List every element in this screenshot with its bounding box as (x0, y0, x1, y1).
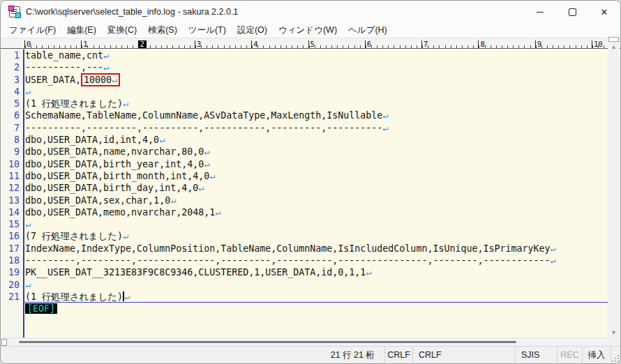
ruler-ticks (25, 45, 608, 48)
maximize-icon (569, 8, 576, 16)
horizontal-splitter-box[interactable] (1, 339, 7, 346)
line-text: dbo,USER_DATA,sex,char,1,0↵ (23, 195, 608, 206)
scroll-up-arrow-icon[interactable]: ▲ (611, 42, 617, 52)
eol-mark-icon: ↵ (215, 207, 220, 218)
line-number: 7 (1, 122, 23, 134)
eol-mark-icon: ↵ (25, 219, 31, 229)
editor-line[interactable]: 3USER_DATA,10000↵ (1, 74, 608, 86)
ruler-number: 3 (195, 40, 201, 48)
editor-line[interactable]: 16(7 行処理されました)↵ (1, 230, 608, 242)
menu-item[interactable]: 編集(E) (61, 23, 102, 38)
eol-mark-icon: ↵ (204, 146, 209, 157)
editor-line[interactable]: 13dbo,USER_DATA,sex,char,1,0↵ (1, 195, 608, 206)
status-line-ending[interactable]: CRLF (384, 347, 412, 363)
line-number: 13 (1, 195, 23, 206)
app-window: C:\work\sqlserver\select_table_info.log … (0, 0, 621, 364)
line-number: 16 (1, 230, 23, 242)
eol-mark-icon: ↵ (382, 123, 388, 133)
eol-mark-icon: ↵ (123, 98, 128, 109)
vertical-scrollbar[interactable]: ▲ ▼ (608, 37, 620, 338)
editor-line[interactable]: 8dbo,USER_DATA,id,int,4,0↵ (1, 134, 608, 146)
minimize-button[interactable] (524, 1, 556, 23)
line-number: 14 (1, 206, 23, 218)
menu-item[interactable]: ウィンドウ(W) (273, 23, 343, 38)
editor-line[interactable]: 11dbo,USER_DATA,birth_month,int,4,0↵ (1, 170, 608, 182)
ruler: 012345678910 (1, 38, 620, 49)
editor-line[interactable]: 12dbo,USER_DATA,birth_day,int,4,0↵ (1, 182, 608, 194)
eol-mark-icon: ↵ (551, 255, 556, 266)
menu-item[interactable]: ツール(T) (183, 23, 232, 38)
eol-mark-icon: ↵ (382, 110, 388, 121)
line-text: SchemaName,TableName,ColumnName,ASvDataT… (23, 109, 608, 121)
menu-item[interactable]: ヘルプ(H) (343, 23, 393, 38)
window-controls: ✕ (524, 1, 620, 23)
editor-line[interactable]: 4↵ (1, 86, 608, 98)
line-number: 8 (1, 134, 23, 146)
eol-mark-icon: ↵ (112, 75, 117, 85)
editor-line[interactable]: 18---------,---------,--------------,---… (1, 255, 608, 266)
line-text: dbo,USER_DATA,id,int,4,0↵ (23, 134, 608, 146)
maximize-button[interactable] (556, 1, 588, 23)
line-text: ↵ (23, 218, 608, 230)
scrollbar-corner (608, 338, 620, 346)
line-number: 12 (1, 182, 23, 194)
editor-line[interactable]: 5(1 行処理されました)↵ (1, 98, 608, 109)
splitter-box[interactable] (608, 37, 619, 42)
eof-line: [EOF] (1, 303, 608, 314)
eol-mark-icon: ↵ (198, 183, 204, 193)
eol-mark-icon: ↵ (204, 159, 209, 169)
status-encoding[interactable]: SJIS (515, 347, 557, 363)
editor-line[interactable]: 2----------,---↵ (1, 61, 608, 73)
menu-item[interactable]: 変換(C) (102, 23, 142, 38)
line-text: ↵ (23, 279, 608, 291)
eol-mark-icon: ↵ (103, 62, 109, 73)
status-bar: 21 行 21 桁 CRLF CRLF SJIS REC 挿入 (1, 346, 620, 363)
horizontal-scrollbar[interactable] (1, 338, 608, 346)
line-number: 1 (1, 50, 23, 61)
line-number: 4 (1, 86, 23, 98)
editor-line[interactable]: 14dbo,USER_DATA,memo,nvarchar,2048,1↵ (1, 206, 608, 218)
line-text: ----------,---------,----------,--------… (23, 122, 608, 134)
menu-item[interactable]: 設定(O) (232, 23, 273, 38)
editor-line[interactable]: 1table_name,cnt↵ (1, 50, 608, 61)
status-input-line-ending[interactable]: CRLF (412, 347, 515, 363)
ruler-number: 10 (592, 40, 603, 48)
editor-line[interactable]: 21(1 行処理されました)↵ (1, 291, 608, 303)
scroll-down-arrow-icon[interactable]: ▼ (611, 328, 617, 338)
pencil-icon (8, 6, 14, 11)
editor-line[interactable]: 10dbo,USER_DATA,birth_year,int,4,0↵ (1, 158, 608, 170)
ruler-caret-marker: 2 (138, 40, 147, 48)
line-text: PK__USER_DAT__3213E83F9C8C9346,CLUSTERED… (23, 266, 608, 278)
editor-line[interactable]: 17IndexName,IndexType,ColumnPosition,Tab… (1, 243, 608, 255)
line-text: dbo,USER_DATA,birth_month,int,4,0↵ (23, 170, 608, 182)
line-text: ----------,---↵ (23, 61, 608, 73)
window-title: C:\work\sqlserver\select_table_info.log … (26, 7, 238, 17)
eol-mark-icon: ↵ (170, 195, 176, 206)
eol-mark-icon: ↵ (124, 291, 130, 302)
resize-grip[interactable] (611, 347, 620, 363)
line-text: (7 行処理されました)↵ (23, 230, 608, 242)
status-insert-mode[interactable]: 挿入 (582, 347, 611, 363)
editor-line[interactable]: 6SchemaName,TableName,ColumnName,ASvData… (1, 109, 608, 121)
ruler-number: 9 (535, 40, 541, 48)
ruler-number: 5 (308, 40, 315, 48)
editor-line[interactable]: 19PK__USER_DAT__3213E83F9C8C9346,CLUSTER… (1, 266, 608, 278)
close-icon: ✕ (601, 8, 608, 17)
app-icon (9, 6, 20, 17)
editor-line[interactable]: 20↵ (1, 279, 608, 291)
status-rec-indicator: REC (557, 347, 582, 363)
line-text: IndexName,IndexType,ColumnPosition,Table… (23, 243, 608, 255)
menu-bar: ファイル(F)編集(E)変換(C)検索(S)ツール(T)設定(O)ウィンドウ(W… (1, 23, 620, 38)
line-number: 20 (1, 279, 23, 291)
menu-item[interactable]: 検索(S) (142, 23, 183, 38)
editor-line[interactable]: 9dbo,USER_DATA,name,nvarchar,80,0↵ (1, 146, 608, 158)
editor-line[interactable]: 15↵ (1, 218, 608, 230)
menu-item[interactable]: ファイル(F) (3, 23, 61, 38)
ruler-number: 7 (421, 40, 428, 48)
editor-line[interactable]: 7----------,---------,----------,-------… (1, 122, 608, 134)
editor[interactable]: 1table_name,cnt↵2----------,---↵3USER_DA… (1, 50, 608, 338)
title-bar: C:\work\sqlserver\select_table_info.log … (1, 1, 620, 23)
line-text: ---------,---------,--------------,-----… (23, 255, 608, 266)
horizontal-scroll-thumb[interactable] (19, 341, 516, 343)
close-button[interactable]: ✕ (588, 1, 620, 23)
